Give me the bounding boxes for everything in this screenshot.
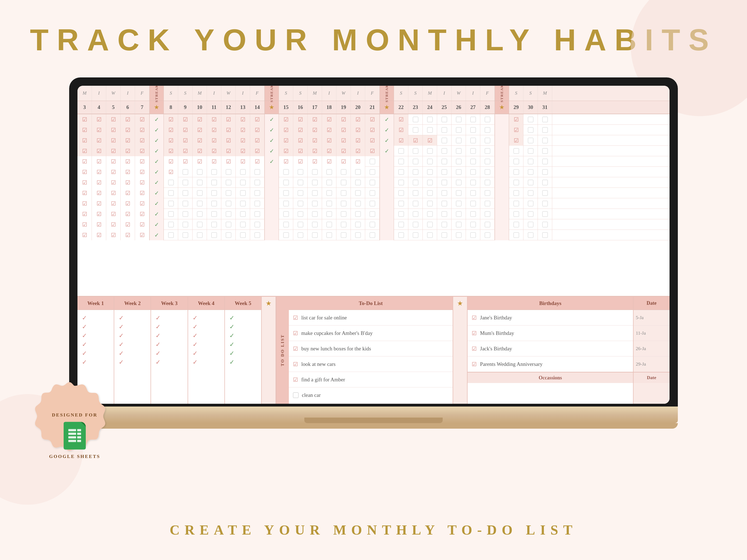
habit-cell	[250, 177, 264, 188]
date-num: 5	[106, 101, 121, 114]
day-header: S	[408, 86, 423, 101]
date-num: 23	[408, 101, 423, 114]
habit-cell: ☑	[121, 219, 135, 230]
date-num: 21	[365, 101, 380, 114]
habit-cell: ☑	[92, 230, 106, 240]
day-header: S	[164, 86, 178, 101]
habit-cell	[523, 230, 538, 240]
day-header: I	[236, 86, 250, 101]
habit-cell: ☑	[207, 146, 221, 156]
habit-cell	[236, 209, 250, 219]
check: ✓	[155, 341, 183, 348]
habit-cell	[250, 209, 264, 219]
day-header: I	[437, 86, 452, 101]
day-header: S	[293, 86, 308, 101]
check-green: ✓	[229, 314, 257, 322]
habit-cell	[207, 167, 221, 177]
habit-cell	[351, 230, 365, 240]
habit-cell: ☑	[351, 156, 365, 167]
habit-cell	[452, 114, 466, 125]
bday-name: Parents Wedding Anniversary	[480, 361, 629, 367]
week4-checks: ✓ ✓ ✓ ✓ ✓ ✓	[188, 310, 224, 370]
habit-cell	[394, 156, 408, 167]
habit-cell: ☑	[121, 177, 135, 188]
habit-cell	[164, 177, 178, 188]
habit-cell: ☑	[279, 146, 293, 156]
habit-cell	[293, 177, 308, 188]
habit-cell: ☑	[92, 125, 106, 135]
habit-cell: ☑	[293, 146, 308, 156]
habit-cell: ☑	[77, 230, 92, 240]
check: ✓	[119, 332, 146, 339]
streak-cell	[380, 156, 394, 167]
day-header: I	[466, 86, 480, 101]
habit-cell: ☑	[135, 167, 149, 177]
day-header: F	[365, 86, 380, 101]
habit-cell	[523, 167, 538, 177]
habit-cell	[437, 219, 452, 230]
check: ✓	[192, 341, 220, 348]
date-num: 13	[236, 101, 250, 114]
week2-header: Week 2	[114, 297, 151, 310]
habit-cell	[394, 146, 408, 156]
habit-cell	[207, 198, 221, 209]
habit-cell: ☑	[308, 135, 322, 146]
habit-cell: ☑	[394, 125, 408, 135]
habit-cell: ☑	[207, 156, 221, 167]
habit-cell	[365, 177, 380, 188]
habit-cell: ☑	[121, 135, 135, 146]
check: ✓	[192, 359, 220, 366]
date-num: 15	[279, 101, 293, 114]
habit-row: ☑☑☑☑☑✓☑☑☑☑☑☑☑✓☑☑☑☑☑☑☑✓☑☑☑☑	[77, 135, 670, 146]
habit-cell	[336, 198, 351, 209]
date-num: 20	[351, 101, 365, 114]
streak-cell	[380, 209, 394, 219]
day-header: F	[135, 86, 149, 101]
habit-cell	[192, 188, 207, 198]
check: ✓	[155, 359, 183, 366]
habit-row: ☑☑☑☑☑✓	[77, 198, 670, 209]
habit-cell	[480, 188, 495, 198]
habit-cell: ☑	[92, 135, 106, 146]
todo-check-icon: ☑	[293, 361, 298, 368]
habit-cell	[236, 219, 250, 230]
habit-cell: ☑	[135, 135, 149, 146]
habit-cell: ☑	[92, 146, 106, 156]
habit-cell: ☑	[121, 188, 135, 198]
habit-cell	[322, 167, 336, 177]
habit-cell	[423, 125, 437, 135]
streak-star: ★	[264, 101, 279, 114]
week2-checks: ✓ ✓ ✓ ✓ ✓ ✓	[114, 310, 151, 370]
todo-item-text: clean car	[302, 392, 321, 398]
date-num: 10	[192, 101, 207, 114]
habit-cell	[336, 219, 351, 230]
habit-cell: ☑	[293, 156, 308, 167]
check-green: ✓	[229, 323, 257, 330]
week3-header: Week 3	[151, 297, 187, 310]
streak-cell	[495, 219, 509, 230]
habit-cell	[437, 188, 452, 198]
habit-cell	[293, 209, 308, 219]
habit-cell	[279, 177, 293, 188]
habit-cell: ☑	[121, 167, 135, 177]
habit-cell: ☑	[336, 125, 351, 135]
habit-cell	[538, 146, 552, 156]
habit-cell: ☑	[279, 156, 293, 167]
spacer	[552, 101, 670, 114]
gs-line	[68, 436, 81, 438]
week5-header: Week 5	[225, 297, 261, 310]
day-header: I	[121, 86, 135, 101]
habit-cell	[452, 219, 466, 230]
habit-cell	[221, 198, 236, 209]
streak-cell: ✓	[149, 198, 164, 209]
todo-item-text: find a gift for Amber	[301, 377, 345, 383]
habit-rows: ☑☑☑☑☑✓☑☑☑☑☑☑☑✓☑☑☑☑☑☑☑✓☑☑☑☑☑☑☑✓☑☑☑☑☑☑☑✓☑☑…	[77, 114, 670, 296]
habit-cell	[250, 167, 264, 177]
date-num: 17	[308, 101, 322, 114]
habit-cell	[408, 219, 423, 230]
habit-cell	[408, 146, 423, 156]
habit-cell	[466, 125, 480, 135]
day-header: M	[538, 86, 552, 101]
streak-cell: ✓	[264, 135, 279, 146]
habit-cell: ☑	[77, 167, 92, 177]
